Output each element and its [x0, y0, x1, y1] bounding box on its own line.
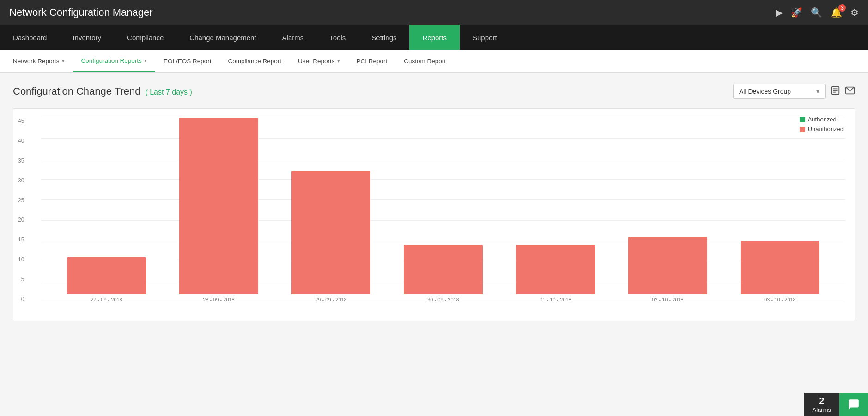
y-label-45: 45 — [18, 118, 28, 124]
export-email-btn[interactable] — [845, 85, 855, 98]
rocket-icon-btn[interactable]: 🚀 — [791, 7, 802, 18]
chart-controls: All Devices Group ▾ — [733, 84, 855, 99]
settings-icon-btn[interactable]: ⚙ — [850, 7, 859, 18]
y-label-20: 20 — [18, 217, 28, 223]
sub-nav-eol-label: EOL/EOS Report — [164, 58, 212, 65]
bar-group: 02 - 10 - 2018 — [612, 118, 724, 302]
chart-inner: 45 40 35 30 25 20 15 10 5 0 — [41, 118, 845, 316]
sub-nav-custom-report[interactable]: Custom Report — [395, 50, 454, 72]
sub-nav: Network Reports ▾ Configuration Reports … — [0, 50, 868, 73]
nav-inventory[interactable]: Inventory — [60, 25, 114, 50]
sub-nav-user-reports-label: User Reports — [298, 58, 335, 65]
bar-unauthorized[interactable] — [741, 241, 819, 294]
bar-unauthorized[interactable] — [291, 171, 370, 294]
y-label-10: 10 — [18, 256, 28, 263]
search-icon-btn[interactable]: 🔍 — [811, 7, 822, 18]
alarms-label: Alarms — [813, 406, 831, 413]
sub-nav-custom-label: Custom Report — [404, 58, 446, 65]
y-label-40: 40 — [18, 138, 28, 144]
chevron-down-icon: ▾ — [816, 88, 819, 95]
bar-date-label: 02 - 10 - 2018 — [652, 297, 684, 302]
sub-nav-network-reports[interactable]: Network Reports ▾ — [5, 50, 73, 72]
bar-date-label: 03 - 10 - 2018 — [764, 297, 796, 302]
nav-settings[interactable]: Settings — [358, 25, 409, 50]
chevron-down-icon: ▾ — [144, 58, 147, 64]
nav-tools[interactable]: Tools — [316, 25, 358, 50]
y-axis: 45 40 35 30 25 20 15 10 5 0 — [18, 118, 28, 302]
sub-nav-configuration-reports-label: Configuration Reports — [81, 57, 142, 64]
nav-change-management[interactable]: Change Management — [176, 25, 269, 50]
bar-unauthorized[interactable] — [179, 118, 258, 294]
device-group-label: All Devices Group — [739, 88, 791, 95]
sub-nav-compliance-label: Compliance Report — [228, 58, 281, 65]
nav-alarms[interactable]: Alarms — [269, 25, 317, 50]
bar-date-label: 01 - 10 - 2018 — [540, 297, 571, 302]
y-label-0: 0 — [21, 296, 28, 302]
chevron-down-icon: ▾ — [62, 58, 65, 64]
chevron-down-icon: ▾ — [337, 58, 340, 64]
bar-group: 30 - 09 - 2018 — [387, 118, 499, 302]
chart-subtitle: ( Last 7 days ) — [145, 88, 192, 96]
bar-unauthorized[interactable] — [516, 245, 595, 294]
chart-container: Authorized Unauthorized 45 40 35 30 25 2… — [13, 108, 855, 321]
app-bar: Network Configuration Manager ▶ 🚀 🔍 🔔 3 … — [0, 0, 868, 25]
alarms-count: 2 — [819, 396, 824, 406]
nav-support[interactable]: Support — [460, 25, 510, 50]
app-icons: ▶ 🚀 🔍 🔔 3 ⚙ — [776, 7, 859, 18]
export-pdf-btn[interactable] — [830, 85, 840, 98]
bar-group: 28 - 09 - 2018 — [163, 118, 275, 302]
status-bar: 2 Alarms — [804, 393, 868, 416]
nav-bar: Dashboard Inventory Compliance Change Ma… — [0, 25, 868, 50]
bar-group: 03 - 10 - 2018 — [724, 118, 836, 302]
bar-group: 29 - 09 - 2018 — [275, 118, 387, 302]
notification-badge: 3 — [838, 4, 846, 12]
chart-header: Configuration Change Trend ( Last 7 days… — [13, 84, 855, 99]
sub-nav-pci-report[interactable]: PCI Report — [348, 50, 396, 72]
nav-compliance[interactable]: Compliance — [114, 25, 176, 50]
sub-nav-configuration-reports[interactable]: Configuration Reports ▾ — [73, 50, 155, 72]
bar-group: 27 - 09 - 2018 — [50, 118, 163, 302]
bar-date-label: 27 - 09 - 2018 — [91, 297, 122, 302]
sub-nav-network-reports-label: Network Reports — [13, 58, 60, 65]
nav-reports[interactable]: Reports — [409, 25, 460, 50]
bar-unauthorized[interactable] — [628, 237, 707, 294]
bar-date-label: 28 - 09 - 2018 — [203, 297, 235, 302]
main-content: Configuration Change Trend ( Last 7 days… — [0, 73, 868, 416]
video-icon-btn[interactable]: ▶ — [776, 7, 783, 18]
notification-icon-btn[interactable]: 🔔 3 — [831, 7, 842, 18]
sub-nav-compliance-report[interactable]: Compliance Report — [219, 50, 290, 72]
chart-title-area: Configuration Change Trend ( Last 7 days… — [13, 85, 192, 97]
nav-dashboard[interactable]: Dashboard — [0, 25, 60, 50]
chat-button[interactable] — [839, 393, 868, 416]
bar-group: 01 - 10 - 2018 — [499, 118, 612, 302]
y-label-25: 25 — [18, 197, 28, 204]
y-label-30: 30 — [18, 177, 28, 184]
app-title: Network Configuration Manager — [9, 6, 153, 18]
sub-nav-pci-label: PCI Report — [357, 58, 388, 65]
alarms-button[interactable]: 2 Alarms — [804, 393, 839, 416]
bar-unauthorized[interactable] — [404, 245, 482, 294]
bars-area: 27 - 09 - 201828 - 09 - 201829 - 09 - 20… — [41, 118, 845, 302]
y-label-5: 5 — [21, 276, 28, 283]
bar-date-label: 30 - 09 - 2018 — [427, 297, 459, 302]
y-label-15: 15 — [18, 236, 28, 243]
bar-unauthorized[interactable] — [67, 257, 146, 294]
chart-title: Configuration Change Trend — [13, 85, 140, 97]
sub-nav-eol-eos[interactable]: EOL/EOS Report — [155, 50, 220, 72]
device-group-select[interactable]: All Devices Group ▾ — [733, 84, 826, 99]
y-label-35: 35 — [18, 157, 28, 164]
sub-nav-user-reports[interactable]: User Reports ▾ — [290, 50, 348, 72]
bar-date-label: 29 - 09 - 2018 — [315, 297, 347, 302]
